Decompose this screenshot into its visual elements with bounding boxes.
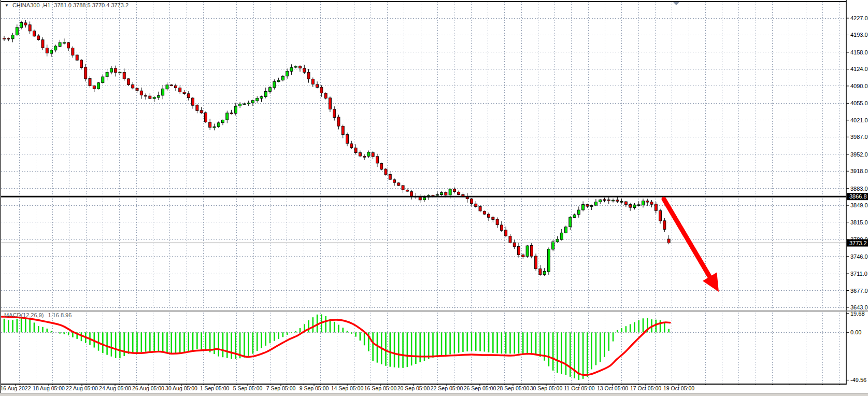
symbol-dropdown-icon[interactable]: ▼ <box>5 3 9 8</box>
symbol-ohlc-label: ▼ CHINA300-,H1 3781.0 3788.5 3770.4 3773… <box>5 2 129 8</box>
chart-canvas[interactable]: 4227.04193.04158.04124.04090.04055.04021… <box>0 0 868 396</box>
bar-ohlc-text: 3781.0 3788.5 3770.4 3773.2 <box>54 2 129 8</box>
time-axis[interactable] <box>0 384 868 393</box>
price-axis[interactable] <box>846 0 868 393</box>
symbol-period-text: CHINA300-,H1 <box>12 2 50 8</box>
macd-indicator-label: MACD(12,26,9) 1.16 8.96 <box>4 312 72 318</box>
mt4-chart-window: 4227.04193.04158.04124.04090.04055.04021… <box>0 0 868 396</box>
macd-values-text: 1.16 8.96 <box>48 312 72 318</box>
macd-name-text: MACD(12,26,9) <box>4 312 44 318</box>
window-left-border <box>0 0 1 393</box>
window-bottom-strip <box>0 393 868 396</box>
